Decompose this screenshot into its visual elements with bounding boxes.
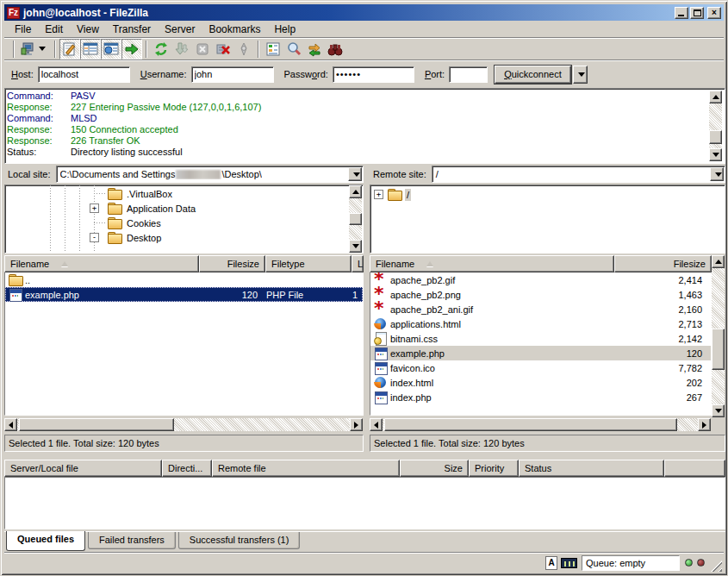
expand-icon[interactable]: +: [374, 190, 383, 199]
host-input[interactable]: [38, 66, 130, 83]
disconnect-button[interactable]: [213, 39, 233, 59]
site-manager-icon: [21, 41, 36, 57]
menu-help[interactable]: Help: [267, 22, 302, 37]
toggle-transfer-queue-button[interactable]: [121, 39, 142, 59]
column-header-lastmodified[interactable]: L: [352, 255, 364, 272]
tab-failed-transfers[interactable]: Failed transfers: [88, 532, 176, 549]
site-manager-dropdown-icon[interactable]: [39, 47, 46, 51]
scroll-thumb[interactable]: [384, 418, 677, 431]
queue-led-red-icon: [697, 559, 705, 567]
resize-grip[interactable]: [711, 560, 722, 572]
port-input[interactable]: [449, 66, 488, 83]
password-input[interactable]: [333, 66, 414, 83]
column-header-server-local-file[interactable]: Server/Local file: [4, 460, 162, 477]
message-log: Command:PASV Response:227 Entering Passi…: [4, 88, 725, 164]
remote-site-dropdown[interactable]: [710, 167, 724, 181]
local-site-combobox[interactable]: C:\Documents and Settings\Desktop\: [56, 166, 364, 183]
arrow-left-icon: [374, 422, 378, 429]
sync-browsing-icon: [307, 41, 322, 57]
folder-icon: [108, 232, 121, 243]
scroll-up-button[interactable]: [709, 91, 722, 103]
file-row[interactable]: apache_pb2.png1,463: [370, 287, 711, 302]
find-files-button[interactable]: [325, 39, 345, 59]
close-button[interactable]: ×: [707, 7, 721, 19]
file-row[interactable]: apache_pb2_ani.gif2,160: [370, 302, 711, 316]
scroll-thumb[interactable]: [349, 213, 362, 225]
remote-site-combobox[interactable]: /: [432, 166, 725, 183]
minimize-button[interactable]: [675, 7, 688, 19]
column-header-filetype[interactable]: Filetype: [265, 255, 352, 272]
directory-comparison-button[interactable]: [283, 39, 304, 59]
column-header-filesize[interactable]: Filesize: [614, 255, 712, 272]
scroll-up-button[interactable]: [349, 185, 362, 198]
remote-site-label: Remote site:: [370, 167, 432, 182]
tree-item-virtualbox[interactable]: .VirtualBox: [5, 186, 363, 201]
column-header-remote-file[interactable]: Remote file: [212, 460, 400, 477]
synchronized-browsing-button[interactable]: [304, 39, 325, 59]
file-row[interactable]: apache_pb2.gif2,414: [370, 272, 711, 287]
scroll-left-button[interactable]: [4, 418, 17, 431]
toggle-local-tree-button[interactable]: [80, 39, 101, 59]
scroll-left-button[interactable]: [370, 418, 383, 431]
open-site-manager-button[interactable]: [18, 39, 51, 59]
scroll-down-button[interactable]: [709, 148, 722, 161]
minimize-icon: [678, 15, 684, 16]
menu-view[interactable]: View: [70, 22, 106, 37]
file-row[interactable]: favicon.ico7,782: [370, 360, 711, 375]
reconnect-button[interactable]: [233, 39, 254, 59]
expand-icon[interactable]: +: [90, 203, 99, 213]
scroll-thumb[interactable]: [709, 130, 722, 144]
local-site-dropdown[interactable]: [348, 167, 362, 181]
scroll-right-button[interactable]: [698, 418, 711, 431]
scroll-thumb[interactable]: [712, 329, 725, 370]
file-row[interactable]: index.php267: [370, 390, 711, 404]
quickconnect-dropdown[interactable]: [573, 66, 588, 84]
scroll-thumb[interactable]: [19, 418, 174, 431]
scroll-up-button[interactable]: [712, 255, 725, 268]
tab-successful-transfers[interactable]: Successful transfers (1): [178, 532, 301, 549]
column-header-filename[interactable]: Filename: [4, 255, 199, 272]
chevron-down-icon: [353, 172, 360, 177]
menu-server[interactable]: Server: [158, 22, 202, 37]
file-row-selected[interactable]: example.php120: [370, 346, 711, 360]
column-header-filesize[interactable]: Filesize: [199, 255, 265, 272]
tree-item-desktop[interactable]: - Desktop: [5, 230, 363, 245]
toggle-message-log-button[interactable]: [59, 39, 80, 59]
menu-transfer[interactable]: Transfer: [106, 22, 158, 37]
tree-item-cookies[interactable]: Cookies: [5, 216, 363, 230]
password-label: Password:: [284, 69, 328, 79]
queue-list: [4, 477, 725, 529]
collapse-icon[interactable]: -: [90, 233, 99, 242]
cancel-operation-button[interactable]: [192, 39, 213, 59]
column-header-priority[interactable]: Priority: [469, 460, 519, 477]
scroll-down-button[interactable]: [349, 240, 362, 253]
scroll-right-button[interactable]: [350, 418, 363, 431]
file-row-example-php[interactable]: example.php 120 PHP File 1: [5, 287, 363, 302]
tree-connector: [94, 193, 106, 194]
menu-file[interactable]: File: [8, 22, 38, 37]
folder-icon: [108, 188, 121, 199]
tab-queued-files[interactable]: Queued files: [6, 531, 85, 551]
process-queue-button[interactable]: [171, 39, 192, 59]
username-input[interactable]: [191, 66, 274, 83]
menu-edit[interactable]: Edit: [38, 22, 70, 37]
refresh-button[interactable]: [151, 39, 171, 59]
toggle-remote-tree-button[interactable]: [101, 39, 121, 59]
file-row-parent[interactable]: ..: [5, 272, 363, 287]
column-header-filename[interactable]: Filename: [370, 255, 614, 272]
file-row[interactable]: bitnami.css2,142: [370, 331, 711, 346]
file-row[interactable]: applications.html2,713: [370, 316, 711, 331]
php-file-icon: [374, 347, 388, 360]
file-row[interactable]: index.html202: [370, 375, 711, 390]
directory-listing-filters-button[interactable]: [263, 39, 283, 59]
column-header-status[interactable]: Status: [519, 460, 664, 477]
column-header-direction[interactable]: Directi...: [162, 460, 212, 477]
maximize-button[interactable]: [690, 7, 704, 19]
tree-item-application-data[interactable]: + Application Data: [5, 201, 363, 216]
scroll-down-button[interactable]: [712, 404, 725, 417]
column-header-size[interactable]: Size: [400, 460, 469, 477]
menu-bookmarks[interactable]: Bookmarks: [202, 22, 267, 37]
tree-item-root[interactable]: + /: [370, 187, 725, 202]
quickconnect-button[interactable]: Quickconnect: [495, 66, 571, 84]
local-list-header: Filename Filesize Filetype L: [4, 255, 364, 272]
